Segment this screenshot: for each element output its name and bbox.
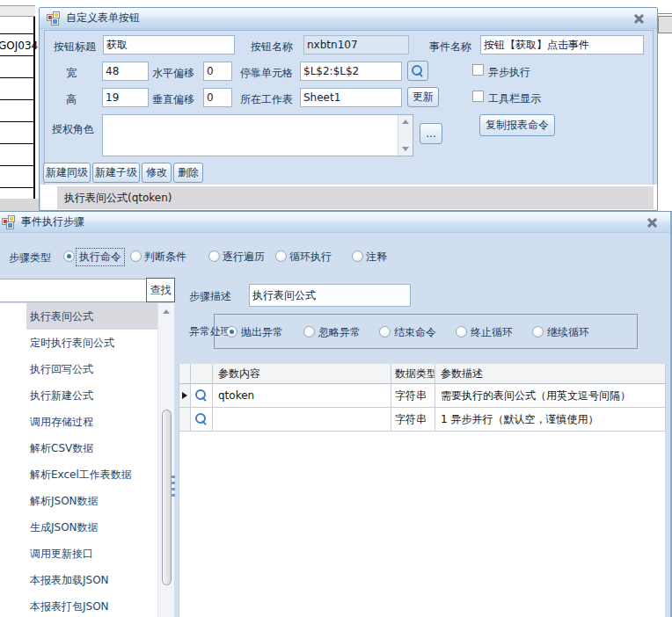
radio-exec-command[interactable]: [63, 250, 75, 262]
async-exec-checkbox[interactable]: [472, 64, 484, 76]
list-item[interactable]: 解析CSV数据: [0, 435, 157, 461]
radio-end-command[interactable]: [379, 326, 391, 338]
toolbar-show-checkbox[interactable]: [472, 91, 484, 102]
window-edge-box: [658, 16, 672, 33]
event-name-label: 事件名称: [429, 40, 471, 54]
cell-param-desc: 需要执行的表间公式（用英文逗号间隔）: [435, 384, 666, 408]
cell-param-content[interactable]: [213, 408, 391, 432]
width-label: 宽: [66, 66, 77, 81]
sheet-cell-text: GOJ034: [0, 40, 38, 52]
list-item[interactable]: 解析Excel工作表数据: [0, 461, 157, 488]
radio-ignore-exception-label[interactable]: 忽略异常: [318, 325, 361, 340]
new-child-button[interactable]: 新建子级: [92, 163, 140, 183]
close-icon[interactable]: [646, 217, 658, 229]
radio-loop-exec[interactable]: [275, 250, 287, 262]
window-edge-line: [658, 13, 672, 14]
roles-textarea-wrap: [102, 114, 413, 156]
radio-continue-loop-label[interactable]: 继续循环: [547, 325, 589, 340]
h-offset-input[interactable]: [203, 62, 232, 81]
radio-comment-label[interactable]: 注释: [366, 250, 387, 265]
row-magnifier-cell[interactable]: [191, 384, 213, 408]
cell-data-type[interactable]: 字符串: [391, 384, 435, 408]
background-spreadsheet: GOJ034: [0, 0, 39, 211]
radio-stop-loop-label[interactable]: 终止循环: [471, 325, 513, 340]
roles-browse-button[interactable]: ...: [420, 123, 442, 144]
radio-ignore-exception[interactable]: [303, 326, 315, 338]
header-param-desc: 参数描述: [435, 364, 666, 384]
cell-param-content[interactable]: qtoken: [213, 384, 391, 408]
list-scrollbar[interactable]: [157, 303, 174, 617]
row-magnifier-cell[interactable]: [191, 408, 213, 432]
copy-report-command-button[interactable]: 复制报表命令: [479, 114, 555, 136]
v-offset-label: 垂直偏移: [152, 92, 194, 107]
roles-textarea[interactable]: [103, 115, 397, 156]
radio-comment[interactable]: [352, 250, 363, 262]
button-name-label: 按钮名称: [251, 40, 293, 54]
command-search-input[interactable]: [0, 279, 148, 302]
sheet-column-header: [0, 5, 35, 17]
dialog-custom-form-button: 自定义表单按钮 按钮标题 按钮名称 事件名称 宽 水平偏移 停靠单元格 异步执行…: [39, 7, 658, 211]
radio-stop-loop[interactable]: [456, 326, 467, 338]
delete-button[interactable]: 删除: [173, 163, 203, 183]
parameter-table: 参数内容 数据类型 参数描述 qtoken 字符串 需要执行的表间公式（用英文逗…: [179, 364, 665, 617]
list-item[interactable]: 执行表间公式: [26, 303, 157, 330]
roles-scrollbar[interactable]: [398, 115, 413, 156]
list-item[interactable]: 本报表加载JSON: [0, 567, 157, 593]
height-input[interactable]: [102, 88, 149, 107]
search-icon: [195, 389, 208, 402]
dock-cell-picker-button[interactable]: [407, 61, 428, 81]
list-item[interactable]: 调用存储过程: [0, 409, 157, 435]
table-row[interactable]: 字符串 1 异步并行（默认空，谨慎使用）: [179, 408, 666, 432]
sheet-gridline: [0, 33, 33, 34]
radio-condition[interactable]: [130, 250, 142, 262]
new-sibling-button[interactable]: 新建同级: [43, 163, 91, 183]
radio-continue-loop[interactable]: [532, 326, 544, 338]
event-step-item[interactable]: 执行表间公式(qtoken): [57, 186, 654, 209]
list-item[interactable]: 本报表打包JSON: [0, 593, 157, 617]
close-icon[interactable]: [633, 13, 645, 25]
dialog1-title: 自定义表单按钮: [66, 11, 140, 25]
dock-cell-input[interactable]: [300, 62, 402, 81]
list-item[interactable]: 执行回写公式: [0, 356, 157, 382]
height-label: 高: [66, 92, 77, 107]
scrollbar-thumb[interactable]: [162, 410, 172, 585]
exception-groupbox: 抛出异常 忽略异常 结束命令 终止循环 继续循环: [214, 314, 638, 349]
scroll-up-icon[interactable]: [402, 120, 409, 124]
find-button[interactable]: 查找: [146, 278, 175, 302]
radio-end-command-label[interactable]: 结束命令: [394, 325, 436, 340]
radio-loop-exec-label[interactable]: 循环执行: [289, 250, 332, 265]
list-item[interactable]: 生成JSON数据: [0, 514, 157, 541]
update-button[interactable]: 更新: [407, 87, 439, 107]
dialog-event-exec-steps: 事件执行步骤 步骤类型 执行命令 判断条件 逐行遍历 循环执行 注释 查找 执行…: [0, 211, 672, 617]
header-magnifier-cell: [191, 364, 213, 384]
width-input[interactable]: [102, 62, 149, 81]
scroll-down-icon[interactable]: [402, 147, 409, 151]
modify-button[interactable]: 修改: [142, 163, 172, 183]
h-offset-label: 水平偏移: [152, 66, 194, 81]
list-item[interactable]: 解析JSON数据: [0, 488, 157, 514]
async-exec-label: 异步执行: [488, 65, 530, 80]
dialog1-titlebar[interactable]: 自定义表单按钮: [40, 8, 657, 29]
radio-throw-exception-label[interactable]: 抛出异常: [241, 325, 283, 340]
splitter-handle[interactable]: [172, 475, 175, 500]
event-name-input[interactable]: [480, 35, 644, 54]
table-row[interactable]: qtoken 字符串 需要执行的表间公式（用英文逗号间隔）: [179, 384, 666, 408]
header-data-type: 数据类型: [391, 364, 435, 384]
cell-data-type[interactable]: 字符串: [391, 408, 435, 432]
dialog2-titlebar[interactable]: 事件执行步骤: [0, 212, 670, 233]
radio-row-traverse[interactable]: [208, 250, 220, 262]
search-icon: [412, 65, 424, 77]
button-title-input[interactable]: [103, 35, 235, 54]
v-offset-input[interactable]: [203, 88, 232, 107]
sheet-gridline: [0, 121, 33, 122]
radio-condition-label[interactable]: 判断条件: [144, 250, 186, 265]
step-desc-input[interactable]: [249, 284, 411, 307]
list-item[interactable]: 定时执行表间公式: [0, 330, 157, 356]
radio-throw-exception[interactable]: [226, 326, 237, 338]
radio-row-traverse-label[interactable]: 逐行遍历: [223, 250, 265, 265]
list-item[interactable]: 执行新建公式: [0, 382, 157, 409]
list-item[interactable]: 调用更新接口: [0, 541, 157, 567]
worksheet-input[interactable]: [300, 88, 402, 107]
radio-exec-command-label[interactable]: 执行命令: [77, 249, 124, 265]
scroll-up-icon[interactable]: [163, 309, 170, 314]
